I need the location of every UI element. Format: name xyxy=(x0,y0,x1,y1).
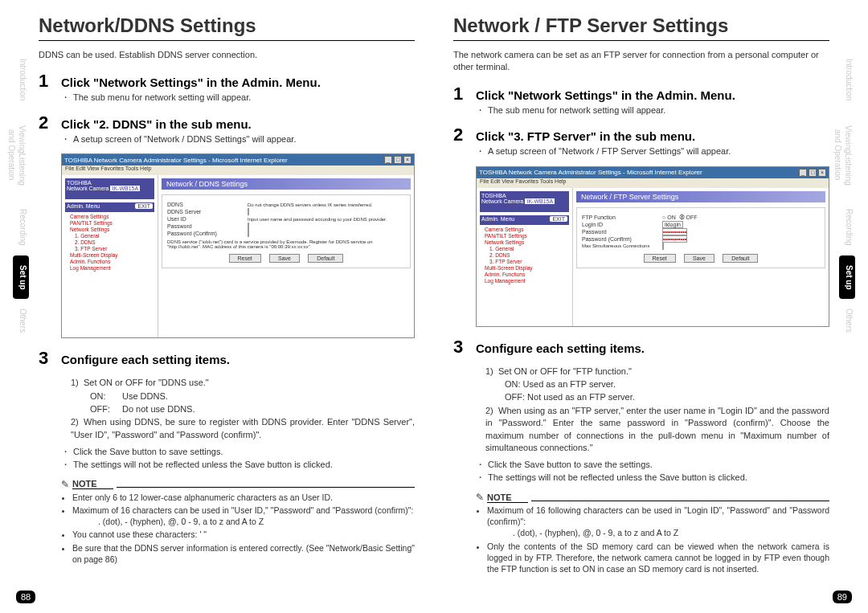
note-box-left: ✎ NOTE Enter only 6 to 12 lower-case alp… xyxy=(61,479,415,565)
step-title: Click "Network Settings" in the Admin. M… xyxy=(61,76,321,89)
tab-others: Others xyxy=(13,299,29,342)
ss-logo: TOSHIBA Network Camera IK-WB15A xyxy=(65,178,154,199)
sidelink-log[interactable]: Log Management xyxy=(70,265,154,271)
window-controls[interactable]: _□× xyxy=(384,156,411,164)
save-button[interactable]: Save xyxy=(684,254,714,263)
step-2-left: 2 Click "2. DDNS" in the sub menu. A set… xyxy=(39,112,415,145)
detail-list-right: 1)Set ON or OFF for "FTP function." ON: … xyxy=(485,366,829,455)
step-num: 1 xyxy=(39,71,55,92)
ss-title: TOSHIBA Network Camera Administrator Set… xyxy=(64,157,288,164)
save-note2: The settings will not be reflected unles… xyxy=(488,472,747,484)
page-number-89: 89 xyxy=(833,591,852,603)
step-body: The sub menu for network setting will ap… xyxy=(61,92,415,104)
step-title: Click "3. FTP Server" in the sub menu. xyxy=(476,129,695,143)
screenshot-ddns: TOSHIBA Network Camera Administrator Set… xyxy=(61,153,415,338)
max-conn-select[interactable] xyxy=(662,243,664,250)
tab-setup: Set up xyxy=(839,255,855,299)
password-confirm-input[interactable]: •••••••••••• xyxy=(662,235,687,243)
ss-menubar: File Edit View Favorites Tools Help xyxy=(477,178,829,188)
password-input[interactable]: •••••••••••• xyxy=(662,228,687,235)
side-tabs-left: Introduction Viewing・Listening and Opera… xyxy=(13,48,29,342)
sidelink-general[interactable]: 1. General xyxy=(489,246,569,251)
sidelink-log[interactable]: Log Management xyxy=(485,278,569,284)
step-num: 1 xyxy=(453,84,469,104)
ddns-form: DDNSDo not change DDNS servers unless IK… xyxy=(162,194,411,268)
ss-logo: TOSHIBA Network Camera IK-WB15A xyxy=(480,191,569,212)
step-3-left: 3 Configure each setting items. xyxy=(39,348,415,369)
sidelink-pantilt[interactable]: PAN/TILT Settings xyxy=(70,220,154,226)
step-title: Configure each setting items. xyxy=(476,341,645,355)
tab-introduction: Introduction xyxy=(13,48,29,111)
step-title: Click "2. DDNS" in the sub menu. xyxy=(61,117,252,131)
radio-off[interactable]: ⦿ OFF xyxy=(679,215,698,220)
ss-sidebar: TOSHIBA Network Camera IK-WB15A Admin. M… xyxy=(477,188,573,326)
save-button[interactable]: Save xyxy=(269,254,300,263)
intro-ftp: The network camera can be set as an FTP … xyxy=(453,49,829,74)
ftp-form: FTP Function○ ON ⦿ OFF Login IDiklogin P… xyxy=(576,207,825,268)
step-1-left: 1 Click "Network Settings" in the Admin.… xyxy=(39,71,415,104)
sidelink-adminfn[interactable]: Admin. Functions xyxy=(70,259,154,264)
page-89: Introduction Viewing・Listening and Opera… xyxy=(434,0,868,613)
step-num: 3 xyxy=(453,337,469,358)
step-2-right: 2 Click "3. FTP Server" in the sub menu.… xyxy=(453,125,829,157)
tab-recording: Recording xyxy=(13,199,29,255)
sidelink-network[interactable]: Network Settings xyxy=(70,227,154,232)
sidelink-camera[interactable]: Camera Settings xyxy=(485,227,569,232)
step-num: 2 xyxy=(39,112,55,133)
section-title-ddns: Network/DDNS Settings xyxy=(39,14,415,41)
ddns-server-input[interactable] xyxy=(248,208,249,215)
pencil-icon: ✎ xyxy=(476,492,484,503)
step-3-right: 3 Configure each setting items. xyxy=(453,337,829,358)
page-88: Introduction Viewing・Listening and Opera… xyxy=(0,0,434,613)
step-num: 3 xyxy=(39,348,55,369)
side-tabs-right: Introduction Viewing・Listening and Opera… xyxy=(839,48,855,342)
step-body: A setup screen of "Network / DDNS Settin… xyxy=(61,133,415,145)
sidelink-general[interactable]: 1. General xyxy=(75,233,154,239)
sidelink-ftp[interactable]: 3. FTP Server xyxy=(75,246,154,251)
ss-title: TOSHIBA Network Camera Administrator Set… xyxy=(479,169,702,176)
tab-others: Others xyxy=(839,299,855,342)
save-note: Click the Save button to save settings. xyxy=(73,446,223,458)
sidelink-ddns[interactable]: 2. DDNS xyxy=(75,239,154,245)
exit-button[interactable]: EXIT xyxy=(135,203,153,209)
step-title: Configure each setting items. xyxy=(61,353,230,366)
sidelink-adminfn[interactable]: Admin. Functions xyxy=(485,272,569,277)
sidelink-camera[interactable]: Camera Settings xyxy=(70,214,154,219)
save-note2: The settings will not be reflected unles… xyxy=(73,459,333,471)
reset-button[interactable]: Reset xyxy=(644,254,676,263)
screenshot-ftp: TOSHIBA Network Camera Administrator Set… xyxy=(476,166,829,327)
sidelink-pantilt[interactable]: PAN/TILT Settings xyxy=(485,233,569,239)
page-spread: Introduction Viewing・Listening and Opera… xyxy=(0,0,868,613)
exit-button[interactable]: EXIT xyxy=(550,216,567,222)
login-id-input[interactable]: iklogin xyxy=(662,221,683,228)
tab-recording: Recording xyxy=(839,199,855,255)
ss-menubar: File Edit View Favorites Tools Help xyxy=(62,166,414,175)
tab-viewing: Viewing・Listening and Operation xyxy=(839,111,855,199)
tab-introduction: Introduction xyxy=(839,48,855,111)
default-button[interactable]: Default xyxy=(308,254,343,263)
reset-button[interactable]: Reset xyxy=(229,254,261,263)
sidelink-ddns[interactable]: 2. DDNS xyxy=(489,252,569,258)
sidelink-ftp[interactable]: 3. FTP Server xyxy=(489,259,569,264)
page-number-88: 88 xyxy=(16,591,35,603)
sidelink-multiscreen[interactable]: Multi-Screen Display xyxy=(70,252,154,258)
radio-on[interactable]: ○ ON xyxy=(662,215,676,220)
default-button[interactable]: Default xyxy=(723,254,758,263)
note-label: NOTE xyxy=(72,479,113,489)
password-confirm-input[interactable] xyxy=(248,230,249,237)
intro-ddns: DDNS can be used. Establish DDNS server … xyxy=(39,49,415,61)
save-note: Click the Save button to save the settin… xyxy=(488,459,653,471)
sidelink-network[interactable]: Network Settings xyxy=(485,239,569,245)
detail-list-left: 1)Set ON or OFF for "DDNS use." ON:Use D… xyxy=(71,377,415,441)
tab-viewing: Viewing・Listening and Operation xyxy=(13,111,29,199)
window-controls[interactable]: _□× xyxy=(799,169,826,177)
step-num: 2 xyxy=(453,125,469,145)
step-body: A setup screen of "Network / FTP Server … xyxy=(488,145,731,157)
password-input[interactable] xyxy=(248,223,249,230)
sidelink-multiscreen[interactable]: Multi-Screen Display xyxy=(485,265,569,271)
content-title: Network / DDNS Settings xyxy=(162,178,411,190)
tab-setup: Set up xyxy=(13,255,29,299)
note-box-right: ✎ NOTE Maximum of 16 following character… xyxy=(476,492,829,574)
pencil-icon: ✎ xyxy=(61,479,69,490)
ss-sidebar: TOSHIBA Network Camera IK-WB15A Admin. M… xyxy=(62,175,158,337)
